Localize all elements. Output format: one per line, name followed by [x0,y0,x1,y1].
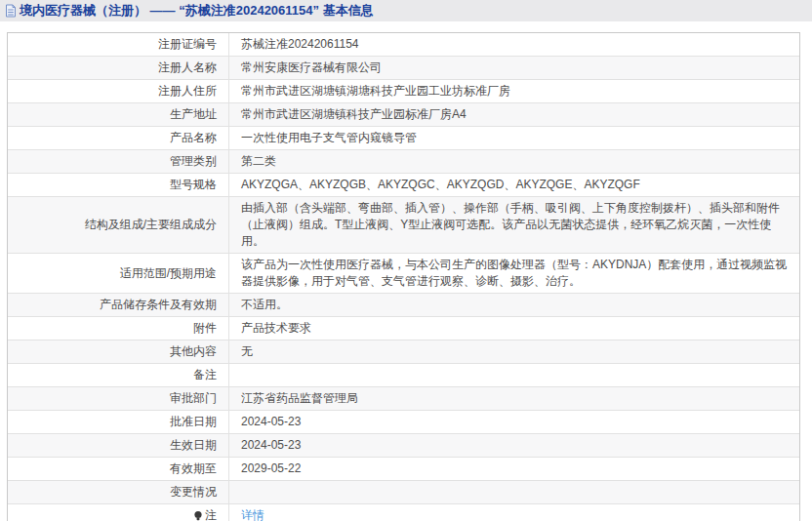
row-value: 一次性使用电子支气管内窥镜导管 [229,127,799,149]
table-row: 产品储存条件及有效期不适用。 [8,293,799,316]
table-row: 适用范围/预期用途该产品为一次性使用医疗器械，与本公司生产的图像处理器（型号：A… [8,253,799,293]
row-value: 常州安康医疗器械有限公司 [229,57,799,79]
table-row: 生效日期2024-05-23 [8,433,799,457]
row-label: 型号规格 [8,174,229,196]
table-row: 注册人住所常州市武进区湖塘镇湖塘科技产业园工业坊标准厂房 [8,79,799,102]
row-value: 该产品为一次性使用医疗器械，与本公司生产的图像处理器（型号：AKYDNJA）配套… [229,254,799,293]
row-label: 附件 [8,317,229,340]
row-label: 注册证编号 [8,33,229,56]
table-row: 注册人名称常州安康医疗器械有限公司 [8,56,799,79]
table-row: 注册证编号苏械注准20242061154 [8,33,799,56]
table-row-note: 注 详情 [8,503,799,521]
document-icon [5,4,17,18]
table-row: 批准日期2024-05-23 [8,410,799,433]
row-label: 产品储存条件及有效期 [8,294,229,316]
row-value: 产品技术要求 [229,317,799,340]
table-row: 备注 [8,363,799,386]
row-value: 苏械注准20242061154 [229,33,799,56]
table-row: 附件产品技术要求 [8,316,799,340]
row-value: 2024-05-23 [229,434,799,457]
table-row: 结构及组成/主要组成成分由插入部（含头端部、弯曲部、插入管）、操作部（手柄、吸引… [8,196,799,253]
table-row: 生产地址常州市武进区湖塘镇科技产业园标准厂房A4 [8,102,799,126]
row-value [229,481,799,503]
row-label: 结构及组成/主要组成成分 [8,197,229,253]
row-label: 适用范围/预期用途 [8,254,229,293]
row-value [229,364,799,386]
row-label: 注册人名称 [8,57,229,79]
row-label: 批准日期 [8,411,229,433]
table-row: 其他内容无 [8,340,799,363]
row-value: 由插入部（含头端部、弯曲部、插入管）、操作部（手柄、吸引阀、上下角度控制拨杆）、… [229,197,799,253]
row-label: 其他内容 [8,341,229,363]
row-label: 备注 [8,364,229,386]
table-row: 变更情况 [8,480,799,503]
table-row: 审批部门江苏省药品监督管理局 [8,386,799,410]
row-value: AKYZQGA、AKYZQGB、AKYZQGC、AKYZQGD、AKYZQGE、… [229,174,799,196]
row-value: 常州市武进区湖塘镇湖塘科技产业园工业坊标准厂房 [229,80,799,102]
row-value: 江苏省药品监督管理局 [229,387,799,410]
row-label: 生效日期 [8,434,229,457]
note-detail-link[interactable]: 详情 [241,508,264,521]
title-bar: 境内医疗器械（注册） —— “苏械注准20242061154” 基本信息 [0,0,812,21]
page-title: 境内医疗器械（注册） —— “苏械注准20242061154” 基本信息 [20,2,374,20]
row-label: 变更情况 [8,481,229,503]
row-value: 不适用。 [229,294,799,316]
row-value: 详情 [229,504,799,521]
row-label: 注 [8,504,229,521]
table-row: 管理类别第二类 [8,149,799,173]
row-label: 管理类别 [8,150,229,173]
row-value: 第二类 [229,150,799,173]
registration-info-table: 注册证编号苏械注准20242061154 注册人名称常州安康医疗器械有限公司 注… [7,32,800,521]
row-label: 审批部门 [8,387,229,410]
row-label: 有效期至 [8,458,229,480]
table-row: 产品名称一次性使用电子支气管内窥镜导管 [8,126,799,149]
row-value: 2024-05-23 [229,411,799,433]
row-label: 产品名称 [8,127,229,149]
row-value: 无 [229,341,799,363]
table-row: 有效期至2029-05-22 [8,457,799,480]
note-label: 注 [205,507,217,521]
main-content: 注册证编号苏械注准20242061154 注册人名称常州安康医疗器械有限公司 注… [0,21,812,521]
table-row: 型号规格AKYZQGA、AKYZQGB、AKYZQGC、AKYZQGD、AKYZ… [8,173,799,196]
row-label: 注册人住所 [8,80,229,102]
row-label: 生产地址 [8,103,229,126]
bulb-icon [193,510,203,521]
row-value: 常州市武进区湖塘镇科技产业园标准厂房A4 [229,103,799,126]
row-value: 2029-05-22 [229,458,799,480]
